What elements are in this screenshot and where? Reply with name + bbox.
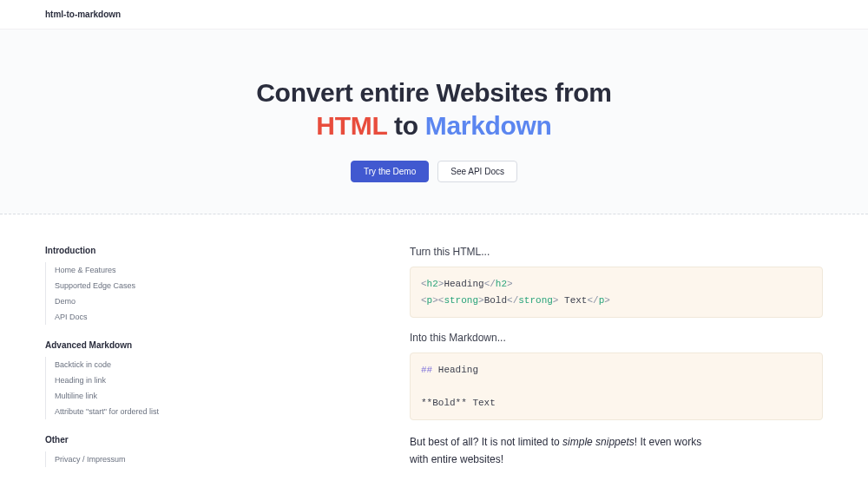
see-api-docs-button[interactable]: See API Docs [437,161,517,182]
sidebar-group-advanced: Advanced Markdown Backtick in code Headi… [45,340,219,419]
description-paragraph: But best of all? It is not limited to si… [410,434,823,467]
header: html-to-markdown [0,0,868,30]
turn-html-label: Turn this HTML... [410,246,823,258]
sidebar-item-demo[interactable]: Demo [45,293,219,309]
sidebar-group-other: Other Privacy / Impressum [45,435,219,467]
sidebar-item-backtick[interactable]: Backtick in code [45,357,219,372]
sidebar-item-home-features[interactable]: Home & Features [45,262,219,278]
main-content: Turn this HTML... <h2>Heading</h2> <p><s… [219,246,823,481]
cta-row: Try the Demo See API Docs [0,161,868,182]
hero: Convert entire Websites from HTML to Mar… [0,30,868,214]
sidebar-title: Introduction [45,246,219,255]
sidebar-title: Other [45,435,219,445]
sidebar: Introduction Home & Features Supported E… [45,246,219,481]
sidebar-item-api-docs[interactable]: API Docs [45,309,219,325]
logo-link[interactable]: html-to-markdown [45,10,121,19]
try-demo-button[interactable]: Try the Demo [351,161,429,182]
hero-html-word: HTML [316,111,387,140]
sidebar-item-privacy[interactable]: Privacy / Impressum [45,451,219,467]
markdown-code-block: ## Heading **Bold** Text [410,353,823,420]
into-markdown-label: Into this Markdown... [410,332,823,344]
hero-line1: Convert entire Websites from [256,78,611,107]
sidebar-group-introduction: Introduction Home & Features Supported E… [45,246,219,325]
sidebar-item-attr-start[interactable]: Attribute "start" for ordered list [45,404,219,419]
html-code-block: <h2>Heading</h2> <p><strong>Bold</strong… [410,267,823,318]
hero-md-word: Markdown [425,111,552,140]
sidebar-item-heading-link[interactable]: Heading in link [45,372,219,388]
sidebar-title: Advanced Markdown [45,340,219,350]
hero-title: Convert entire Websites from HTML to Mar… [0,76,868,142]
content-area: Introduction Home & Features Supported E… [0,214,868,481]
hero-to-word: to [387,111,425,140]
sidebar-item-edge-cases[interactable]: Supported Edge Cases [45,278,219,293]
sidebar-item-multiline-link[interactable]: Multiline link [45,388,219,404]
